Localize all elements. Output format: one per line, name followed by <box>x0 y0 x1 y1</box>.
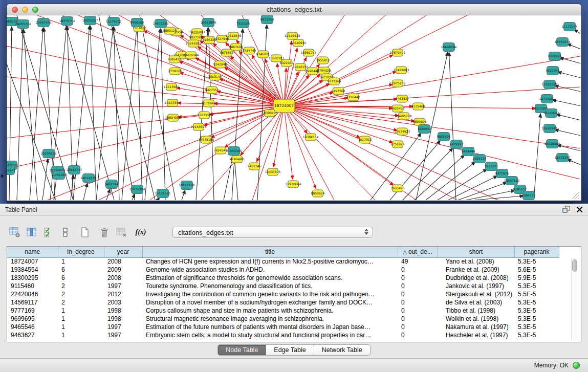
svg-text:18375714: 18375714 <box>59 19 75 23</box>
svg-text:8850624: 8850624 <box>311 191 325 195</box>
svg-text:8186325: 8186325 <box>203 38 216 41</box>
column-header-in-degree[interactable]: in_degree <box>58 247 104 257</box>
svg-text:11325419: 11325419 <box>285 34 300 37</box>
svg-text:18724007: 18724007 <box>274 103 294 108</box>
svg-text:10654935: 10654935 <box>165 116 181 119</box>
svg-text:12871304: 12871304 <box>129 187 145 191</box>
tab-network-table[interactable]: Network Table <box>314 344 371 356</box>
svg-text:15276602: 15276602 <box>106 19 122 23</box>
function-builder-icon[interactable]: f(x) <box>134 226 147 239</box>
destroy-table-icon[interactable] <box>115 226 128 239</box>
close-panel-icon[interactable] <box>576 206 583 213</box>
table-row[interactable]: 946362711997Embryonic stem cells: a mode… <box>7 331 559 339</box>
svg-text:9170042: 9170042 <box>202 101 216 105</box>
table-settings-icon[interactable] <box>8 226 21 239</box>
svg-text:5267150: 5267150 <box>198 113 211 117</box>
svg-text:14226083: 14226083 <box>189 30 205 34</box>
svg-text:9245652: 9245652 <box>513 187 527 191</box>
svg-text:12975185: 12975185 <box>390 81 406 85</box>
panel-collapse-arrow-icon[interactable] <box>1 174 4 178</box>
svg-text:8322037: 8322037 <box>280 61 294 64</box>
svg-text:9777169: 9777169 <box>328 79 341 83</box>
table-row[interactable]: 977716911998Corpus callosum shape and si… <box>7 307 559 315</box>
svg-text:18300295: 18300295 <box>262 111 278 115</box>
svg-text:7955812: 7955812 <box>316 58 330 62</box>
select-all-rows-icon[interactable] <box>42 226 55 239</box>
svg-text:9384552: 9384552 <box>522 193 536 197</box>
table-row[interactable]: 1938455462009Genome-wide association stu… <box>7 266 559 274</box>
svg-text:9313941: 9313941 <box>7 168 16 172</box>
svg-text:19495768: 19495768 <box>396 114 412 118</box>
node-table[interactable]: namein_degreeyeartitle△out_de...shortpag… <box>7 246 581 342</box>
node-table-grid[interactable]: namein_degreeyeartitle△out_de...shortpag… <box>7 247 559 339</box>
table-row[interactable]: 946554611997Estimation of the future num… <box>7 323 559 331</box>
svg-text:9327546: 9327546 <box>215 37 229 40</box>
column-header-name[interactable]: name <box>7 247 58 257</box>
svg-text:2718126: 2718126 <box>168 69 182 73</box>
svg-text:7515526: 7515526 <box>236 21 250 25</box>
column-header-out-de-[interactable]: △out_de... <box>398 247 438 257</box>
svg-text:1640954: 1640954 <box>418 127 431 130</box>
svg-text:17485063: 17485063 <box>394 68 409 72</box>
column-header-title[interactable]: title <box>142 247 398 257</box>
svg-text:8471676: 8471676 <box>495 171 509 175</box>
svg-text:9462744: 9462744 <box>105 182 119 186</box>
svg-text:9465546: 9465546 <box>248 164 262 168</box>
tab-edge-table[interactable]: Edge Table <box>266 344 314 356</box>
table-scrollbar[interactable] <box>571 258 578 340</box>
table-row[interactable]: 911546021997Tourette syndrome. Phenomeno… <box>7 282 559 290</box>
svg-text:19626150: 19626150 <box>293 65 309 69</box>
table-header-row[interactable]: namein_degreeyeartitle△out_de...shortpag… <box>7 247 559 257</box>
svg-text:14519175: 14519175 <box>81 176 97 180</box>
column-header-short[interactable]: short <box>438 247 514 257</box>
network-window[interactable]: citations_edges.txt 18724007183002951938… <box>7 4 581 201</box>
network-canvas[interactable]: 1872400718300295193845545912954142260839… <box>7 15 580 200</box>
create-table-icon[interactable] <box>78 226 92 239</box>
svg-text:9756928: 9756928 <box>391 142 405 146</box>
float-panel-icon[interactable] <box>562 206 570 213</box>
table-row[interactable]: 1830029562008Estimation of significance … <box>7 274 559 282</box>
svg-text:8454749: 8454749 <box>243 49 256 52</box>
table-scrollbar-thumb[interactable] <box>572 259 577 272</box>
svg-text:2935114: 2935114 <box>473 157 487 160</box>
table-row[interactable]: 969969511998Structural magnetic resonanc… <box>7 315 559 323</box>
svg-text:15751074: 15751074 <box>555 40 571 43</box>
select-column-icon[interactable] <box>25 226 38 239</box>
delete-table-icon[interactable] <box>98 226 111 239</box>
column-header-year[interactable]: year <box>104 247 142 257</box>
svg-text:10612546: 10612546 <box>226 34 242 37</box>
unselect-rows-icon[interactable] <box>59 226 72 239</box>
svg-text:12093582: 12093582 <box>542 82 558 86</box>
svg-text:9463627: 9463627 <box>396 97 409 100</box>
svg-text:7632621: 7632621 <box>485 164 498 168</box>
table-panel: Table Panel <box>0 204 588 358</box>
svg-text:7517913: 7517913 <box>358 138 372 141</box>
column-header-pagerank[interactable]: pagerank <box>514 247 559 257</box>
svg-text:16210643: 16210643 <box>543 111 559 115</box>
svg-text:9794028: 9794028 <box>317 69 331 72</box>
svg-text:20691406: 20691406 <box>36 20 52 24</box>
svg-text:9497568: 9497568 <box>332 89 345 93</box>
svg-text:17016504: 17016504 <box>545 142 560 145</box>
svg-text:9025458: 9025458 <box>391 106 405 110</box>
table-row[interactable]: 1872400712008Changes of HCN gene express… <box>7 257 559 266</box>
svg-text:9115460: 9115460 <box>411 104 425 108</box>
panel-title: Table Panel <box>5 206 37 213</box>
svg-text:6466160: 6466160 <box>130 20 144 24</box>
table-row[interactable]: 2242004622012Investigating the contribut… <box>7 290 559 298</box>
cytoscape-app: citations_edges.txt 18724007183002951938… <box>0 0 588 372</box>
svg-text:8813054: 8813054 <box>260 17 274 21</box>
svg-text:17873493: 17873493 <box>390 51 406 54</box>
svg-text:9146821: 9146821 <box>256 52 270 56</box>
table-row[interactable]: 1456911722003Disruption of a novel membe… <box>7 298 559 307</box>
window-resize-grip-icon[interactable] <box>573 192 579 199</box>
svg-text:2316442: 2316442 <box>346 95 360 99</box>
svg-text:8427552: 8427552 <box>205 88 219 92</box>
svg-text:14671355: 14671355 <box>153 21 169 25</box>
svg-text:9827508: 9827508 <box>189 35 203 39</box>
window-titlebar[interactable]: citations_edges.txt <box>7 4 581 15</box>
svg-text:15885201: 15885201 <box>269 56 285 60</box>
tab-node-table[interactable]: Node Table <box>217 344 266 356</box>
svg-text:16543382: 16543382 <box>186 41 202 45</box>
table-selector[interactable]: citations_edges.txt <box>172 227 373 238</box>
